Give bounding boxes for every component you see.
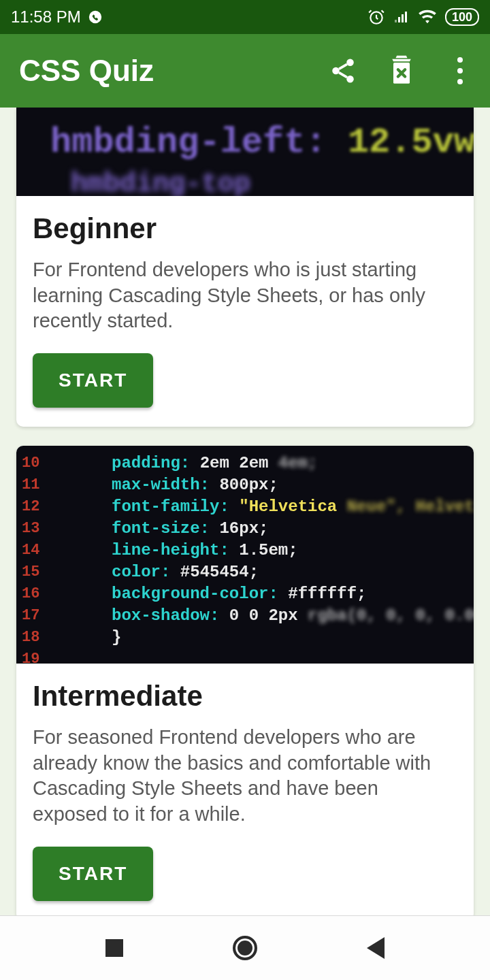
share-button[interactable] bbox=[327, 54, 359, 87]
svg-rect-3 bbox=[402, 14, 404, 22]
content-scroll[interactable]: hmbding-left: 12.5vw hmbding-top Beginne… bbox=[0, 108, 490, 915]
card-image: 10111213141516171819 padding: 2em 2em 4e… bbox=[16, 446, 474, 664]
card-description: For Frontend developers who is just star… bbox=[33, 257, 457, 334]
card-description: For seasoned Frontend developers who are… bbox=[33, 725, 457, 828]
start-button[interactable]: START bbox=[33, 353, 153, 408]
svg-rect-1 bbox=[395, 20, 397, 22]
system-nav-bar bbox=[0, 915, 490, 980]
app-title: CSS Quiz bbox=[19, 54, 327, 88]
signal-icon bbox=[393, 9, 410, 25]
home-button[interactable] bbox=[229, 932, 261, 964]
recent-apps-button[interactable] bbox=[98, 932, 131, 964]
phone-icon bbox=[88, 10, 103, 24]
more-menu-button[interactable] bbox=[444, 54, 476, 87]
card-image: hmbding-left: 12.5vw hmbding-top bbox=[16, 108, 474, 196]
card-title: Intermediate bbox=[33, 680, 457, 713]
quiz-card-intermediate: 10111213141516171819 padding: 2em 2em 4e… bbox=[16, 446, 474, 915]
svg-point-5 bbox=[346, 59, 354, 67]
back-button[interactable] bbox=[359, 932, 392, 964]
delete-button[interactable] bbox=[385, 54, 418, 87]
status-time: 11:58 PM bbox=[11, 7, 81, 27]
app-bar: CSS Quiz bbox=[0, 34, 490, 108]
status-bar: 11:58 PM 100 bbox=[0, 0, 490, 34]
svg-rect-4 bbox=[405, 12, 407, 22]
start-button[interactable]: START bbox=[33, 847, 153, 901]
alarm-icon bbox=[368, 8, 385, 26]
wifi-icon bbox=[418, 7, 437, 27]
quiz-card-beginner: hmbding-left: 12.5vw hmbding-top Beginne… bbox=[16, 108, 474, 427]
card-title: Beginner bbox=[33, 212, 457, 245]
svg-point-6 bbox=[332, 67, 340, 75]
svg-rect-2 bbox=[398, 17, 400, 22]
svg-point-7 bbox=[346, 76, 354, 83]
battery-indicator: 100 bbox=[445, 8, 479, 26]
